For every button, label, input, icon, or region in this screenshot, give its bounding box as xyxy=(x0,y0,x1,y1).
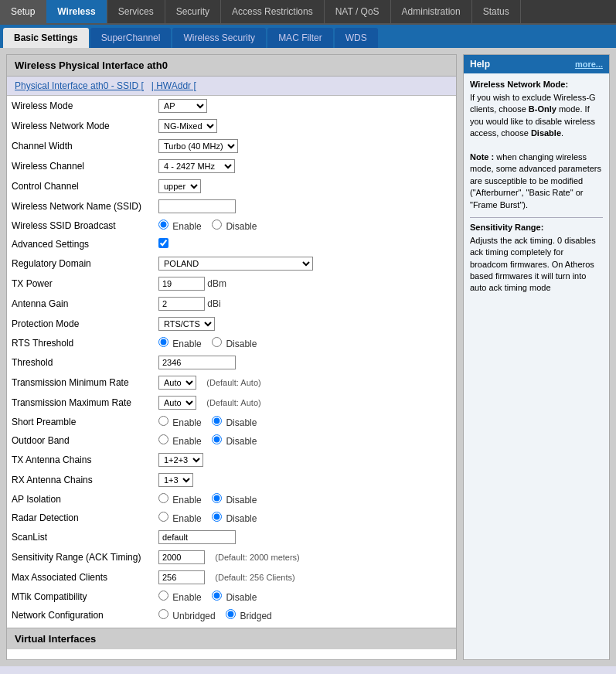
scanlist-row: ScanList xyxy=(7,527,456,547)
outdoor-band-disable-label[interactable]: Disable xyxy=(212,436,257,447)
ssid-broadcast-enable-radio[interactable] xyxy=(158,220,168,230)
short-preamble-row: Short Preamble Enable Disable xyxy=(7,413,456,431)
antenna-gain-input[interactable] xyxy=(158,297,205,311)
outdoor-band-enable-label[interactable]: Enable xyxy=(158,436,204,447)
subnav-wireless-security[interactable]: Wireless Security xyxy=(172,28,266,48)
threshold-label: Threshold xyxy=(7,352,154,373)
subnav-basic-settings[interactable]: Basic Settings xyxy=(3,28,89,48)
threshold-row: Threshold xyxy=(7,352,456,373)
ssid-label: Wireless Network Name (SSID) xyxy=(7,196,154,216)
radar-detection-disable-label[interactable]: Disable xyxy=(212,513,257,524)
channel-width-select[interactable]: Turbo (40 MHz) Full (20 MHz) xyxy=(158,139,238,153)
short-preamble-disable-label[interactable]: Disable xyxy=(212,417,257,428)
ssid-broadcast-row: Wireless SSID Broadcast Enable Disable xyxy=(7,216,456,235)
scanlist-input[interactable] xyxy=(158,530,236,544)
outdoor-band-enable-radio[interactable] xyxy=(158,434,168,444)
tx-max-rate-default: (Default: Auto) xyxy=(206,398,260,407)
mtik-compat-enable-radio[interactable] xyxy=(158,591,168,601)
advanced-settings-row: Advanced Settings xyxy=(7,235,456,254)
max-clients-row: Max Associated Clients (Default: 256 Cli… xyxy=(7,567,456,587)
rx-antenna-chains-label: RX Antenna Chains xyxy=(7,470,154,490)
left-panel: Wireless Physical Interface ath0 Physica… xyxy=(6,54,457,660)
antenna-gain-row: Antenna Gain dBi xyxy=(7,294,456,314)
wireless-mode-row: Wireless Mode AP Client Ad-Hoc xyxy=(7,96,456,116)
channel-width-row: Channel Width Turbo (40 MHz) Full (20 MH… xyxy=(7,136,456,156)
ssid-input[interactable] xyxy=(158,199,236,213)
rts-threshold-enable-radio[interactable] xyxy=(158,337,168,347)
antenna-gain-label: Antenna Gain xyxy=(7,294,154,314)
radar-detection-enable-radio[interactable] xyxy=(158,512,168,522)
hwaddr-link[interactable]: | HWAddr [ xyxy=(151,80,196,91)
network-config-bridged-label[interactable]: Bridged xyxy=(226,611,272,621)
subnav-superchannel[interactable]: SuperChannel xyxy=(90,28,172,48)
nav-status[interactable]: Status xyxy=(472,0,521,23)
nav-security[interactable]: Security xyxy=(165,0,221,23)
subnav-mac-filter[interactable]: MAC Filter xyxy=(267,28,333,48)
tx-power-label: TX Power xyxy=(7,274,154,294)
rts-threshold-disable-radio[interactable] xyxy=(212,337,222,347)
help-section2-text: Adjusts the ack timing. 0 disables ack t… xyxy=(470,235,603,294)
regulatory-domain-row: Regulatory Domain POLAND UNITED STATES G… xyxy=(7,254,456,274)
nav-services[interactable]: Services xyxy=(107,0,165,23)
nav-access-restrictions[interactable]: Access Restrictions xyxy=(221,0,325,23)
network-config-bridged-radio[interactable] xyxy=(226,609,236,619)
wireless-network-mode-select[interactable]: NG-Mixed B-Only G-Only N-Only xyxy=(158,119,217,133)
ssid-row: Wireless Network Name (SSID) xyxy=(7,196,456,216)
tx-antenna-chains-select[interactable]: 1+2+3 1 2 3 1+2 xyxy=(158,453,203,467)
wireless-channel-row: Wireless Channel 4 - 2427 MHz 1 - 2412 M… xyxy=(7,156,456,176)
outdoor-band-disable-radio[interactable] xyxy=(212,434,222,444)
tx-min-rate-select[interactable]: Auto 1 2 5.5 11 xyxy=(158,376,196,390)
regulatory-domain-label: Regulatory Domain xyxy=(7,254,154,274)
mtik-compat-enable-label[interactable]: Enable xyxy=(158,592,204,603)
nav-setup[interactable]: Setup xyxy=(0,0,46,23)
tx-min-rate-default: (Default: Auto) xyxy=(206,378,260,387)
physical-interface-ssid-link[interactable]: Physical Interface ath0 - SSID [ xyxy=(15,80,144,91)
mtik-compat-disable-radio[interactable] xyxy=(212,591,222,601)
ssid-broadcast-disable-label[interactable]: Disable xyxy=(212,221,257,232)
rts-threshold-disable-label[interactable]: Disable xyxy=(212,339,257,349)
network-config-unbridged-radio[interactable] xyxy=(158,609,168,619)
wireless-mode-select[interactable]: AP Client Ad-Hoc xyxy=(158,99,207,113)
nav-nat-qos[interactable]: NAT / QoS xyxy=(325,0,391,23)
sensitivity-range-default: (Default: 2000 meters) xyxy=(215,553,299,562)
nav-wireless[interactable]: Wireless xyxy=(46,0,107,23)
ap-isolation-disable-label[interactable]: Disable xyxy=(212,495,257,506)
control-channel-select[interactable]: upper lower xyxy=(158,179,201,193)
short-preamble-disable-radio[interactable] xyxy=(212,416,222,426)
sensitivity-range-input[interactable] xyxy=(158,550,205,564)
regulatory-domain-select[interactable]: POLAND UNITED STATES GERMANY xyxy=(158,257,313,271)
wireless-network-mode-label: Wireless Network Mode xyxy=(7,116,154,136)
tx-power-input[interactable] xyxy=(158,277,205,291)
radar-detection-enable-label[interactable]: Enable xyxy=(158,513,204,524)
tx-max-rate-select[interactable]: Auto 54 48 xyxy=(158,396,196,410)
virtual-interfaces-section: Virtual Interfaces xyxy=(7,628,456,649)
network-config-unbridged-label[interactable]: Unbridged xyxy=(158,611,218,621)
ap-isolation-enable-label[interactable]: Enable xyxy=(158,495,204,506)
tx-max-rate-row: Transmission Maximum Rate Auto 54 48 (De… xyxy=(7,393,456,413)
rx-antenna-chains-select[interactable]: 1+3 1 2 3 xyxy=(158,473,193,487)
radar-detection-disable-radio[interactable] xyxy=(212,512,222,522)
wireless-channel-select[interactable]: 4 - 2427 MHz 1 - 2412 MHz 6 - 2437 MHz 1… xyxy=(158,159,235,173)
control-channel-row: Control Channel upper lower xyxy=(7,176,456,196)
short-preamble-enable-label[interactable]: Enable xyxy=(158,417,204,428)
channel-width-label: Channel Width xyxy=(7,136,154,156)
rts-threshold-row: RTS Threshold Enable Disable xyxy=(7,334,456,352)
rts-threshold-enable-label[interactable]: Enable xyxy=(158,339,204,349)
ap-isolation-enable-radio[interactable] xyxy=(158,493,168,503)
ap-isolation-row: AP Isolation Enable Disable xyxy=(7,490,456,509)
ssid-broadcast-enable-label[interactable]: Enable xyxy=(158,221,204,232)
subnav-wds[interactable]: WDS xyxy=(335,28,378,48)
mtik-compat-disable-label[interactable]: Disable xyxy=(212,592,257,603)
short-preamble-label: Short Preamble xyxy=(7,413,154,431)
ssid-broadcast-disable-radio[interactable] xyxy=(212,220,222,230)
nav-administration[interactable]: Administration xyxy=(391,0,472,23)
advanced-settings-checkbox[interactable] xyxy=(158,238,168,248)
threshold-input[interactable] xyxy=(158,356,236,369)
rts-threshold-label: RTS Threshold xyxy=(7,334,154,352)
help-more-link[interactable]: more... xyxy=(575,60,603,69)
help-body: Wireless Network Mode: If you wish to ex… xyxy=(464,73,609,307)
ap-isolation-disable-radio[interactable] xyxy=(212,493,222,503)
max-clients-input[interactable] xyxy=(158,570,205,584)
short-preamble-enable-radio[interactable] xyxy=(158,416,168,426)
protection-mode-select[interactable]: RTS/CTS None CTS xyxy=(158,317,215,331)
